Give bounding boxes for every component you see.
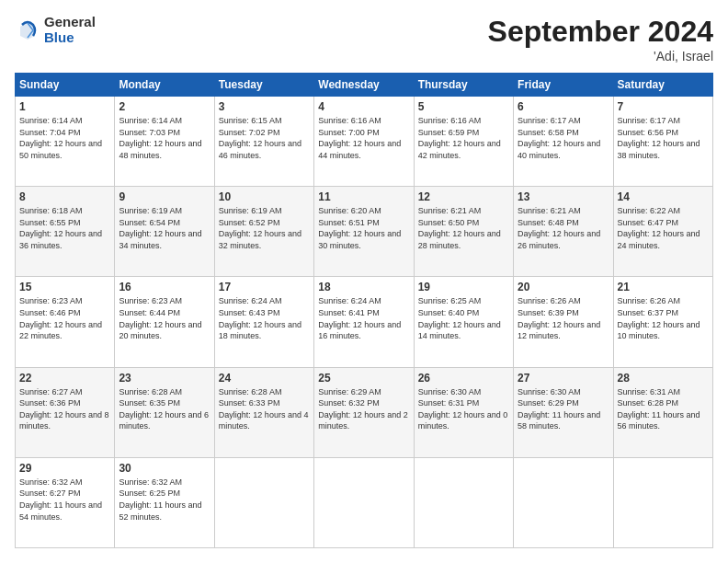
day-number: 24: [219, 372, 310, 385]
day-info: Sunrise: 6:25 AMSunset: 6:40 PMDaylight:…: [418, 295, 509, 341]
day-number: 12: [418, 190, 509, 203]
day-number: 4: [318, 100, 409, 113]
day-number: 23: [119, 372, 210, 385]
day-number: 16: [119, 281, 210, 293]
table-row: 27Sunrise: 6:30 AMSunset: 6:29 PMDayligh…: [514, 367, 613, 457]
day-number: 2: [119, 100, 210, 113]
day-number: 8: [19, 190, 110, 203]
table-row: 20Sunrise: 6:26 AMSunset: 6:39 PMDayligh…: [514, 277, 613, 367]
calendar-header-row: Sunday Monday Tuesday Wednesday Thursday…: [16, 74, 713, 97]
day-info: Sunrise: 6:20 AMSunset: 6:51 PMDaylight:…: [318, 205, 409, 251]
day-number: 10: [219, 190, 310, 203]
table-row: 3Sunrise: 6:15 AMSunset: 7:02 PMDaylight…: [214, 97, 313, 187]
calendar-week-row: 15Sunrise: 6:23 AMSunset: 6:46 PMDayligh…: [16, 277, 713, 367]
table-row: 8Sunrise: 6:18 AMSunset: 6:55 PMDaylight…: [16, 187, 115, 277]
day-number: 11: [318, 190, 409, 203]
table-row: 22Sunrise: 6:27 AMSunset: 6:36 PMDayligh…: [16, 367, 115, 457]
day-info: Sunrise: 6:17 AMSunset: 6:56 PMDaylight:…: [618, 115, 709, 161]
table-row: 21Sunrise: 6:26 AMSunset: 6:37 PMDayligh…: [613, 277, 712, 367]
day-info: Sunrise: 6:23 AMSunset: 6:44 PMDaylight:…: [119, 295, 210, 341]
day-info: Sunrise: 6:19 AMSunset: 6:52 PMDaylight:…: [219, 205, 310, 251]
day-number: 6: [518, 100, 609, 113]
title-block: September 2024 'Adi, Israel: [488, 15, 713, 63]
day-number: 18: [318, 281, 409, 293]
day-info: Sunrise: 6:32 AMSunset: 6:27 PMDaylight:…: [19, 477, 110, 523]
day-number: 29: [19, 462, 110, 475]
table-row: [514, 457, 613, 547]
logo-icon: [15, 17, 40, 43]
month-title: September 2024: [488, 15, 713, 49]
table-row: 12Sunrise: 6:21 AMSunset: 6:50 PMDayligh…: [414, 187, 513, 277]
col-saturday: Saturday: [613, 74, 712, 97]
table-row: 1Sunrise: 6:14 AMSunset: 7:04 PMDaylight…: [16, 97, 115, 187]
col-friday: Friday: [514, 74, 613, 97]
logo: General Blue: [15, 15, 96, 45]
table-row: 19Sunrise: 6:25 AMSunset: 6:40 PMDayligh…: [414, 277, 513, 367]
day-number: 25: [318, 372, 409, 385]
logo-text: General Blue: [44, 15, 96, 45]
day-info: Sunrise: 6:22 AMSunset: 6:47 PMDaylight:…: [618, 205, 709, 251]
table-row: [414, 457, 513, 547]
table-row: 6Sunrise: 6:17 AMSunset: 6:58 PMDaylight…: [514, 97, 613, 187]
day-info: Sunrise: 6:19 AMSunset: 6:54 PMDaylight:…: [119, 205, 210, 251]
table-row: 5Sunrise: 6:16 AMSunset: 6:59 PMDaylight…: [414, 97, 513, 187]
day-number: 5: [418, 100, 509, 113]
col-sunday: Sunday: [16, 74, 115, 97]
day-info: Sunrise: 6:30 AMSunset: 6:29 PMDaylight:…: [518, 386, 609, 432]
day-number: 19: [418, 281, 509, 293]
day-number: 28: [618, 372, 709, 385]
day-info: Sunrise: 6:26 AMSunset: 6:39 PMDaylight:…: [518, 295, 609, 341]
table-row: 16Sunrise: 6:23 AMSunset: 6:44 PMDayligh…: [115, 277, 214, 367]
day-info: Sunrise: 6:31 AMSunset: 6:28 PMDaylight:…: [618, 386, 709, 432]
table-row: 30Sunrise: 6:32 AMSunset: 6:25 PMDayligh…: [115, 457, 214, 547]
table-row: 24Sunrise: 6:28 AMSunset: 6:33 PMDayligh…: [214, 367, 313, 457]
day-number: 17: [219, 281, 310, 293]
table-row: [613, 457, 712, 547]
table-row: 10Sunrise: 6:19 AMSunset: 6:52 PMDayligh…: [214, 187, 313, 277]
day-info: Sunrise: 6:14 AMSunset: 7:04 PMDaylight:…: [19, 115, 110, 161]
day-number: 26: [418, 372, 509, 385]
calendar-week-row: 29Sunrise: 6:32 AMSunset: 6:27 PMDayligh…: [16, 457, 713, 547]
col-tuesday: Tuesday: [214, 74, 313, 97]
table-row: 14Sunrise: 6:22 AMSunset: 6:47 PMDayligh…: [613, 187, 712, 277]
table-row: 4Sunrise: 6:16 AMSunset: 7:00 PMDaylight…: [314, 97, 414, 187]
day-number: 22: [19, 372, 110, 385]
day-info: Sunrise: 6:27 AMSunset: 6:36 PMDaylight:…: [19, 386, 110, 432]
day-number: 27: [518, 372, 609, 385]
day-info: Sunrise: 6:21 AMSunset: 6:50 PMDaylight:…: [418, 205, 509, 251]
calendar-week-row: 8Sunrise: 6:18 AMSunset: 6:55 PMDaylight…: [16, 187, 713, 277]
table-row: 29Sunrise: 6:32 AMSunset: 6:27 PMDayligh…: [16, 457, 115, 547]
day-info: Sunrise: 6:17 AMSunset: 6:58 PMDaylight:…: [518, 115, 609, 161]
table-row: 11Sunrise: 6:20 AMSunset: 6:51 PMDayligh…: [314, 187, 414, 277]
day-info: Sunrise: 6:26 AMSunset: 6:37 PMDaylight:…: [618, 295, 709, 341]
calendar-table: Sunday Monday Tuesday Wednesday Thursday…: [15, 73, 713, 548]
col-wednesday: Wednesday: [314, 74, 414, 97]
day-number: 7: [618, 100, 709, 113]
day-number: 20: [518, 281, 609, 293]
location: 'Adi, Israel: [488, 49, 713, 63]
col-monday: Monday: [115, 74, 214, 97]
day-info: Sunrise: 6:21 AMSunset: 6:48 PMDaylight:…: [518, 205, 609, 251]
day-info: Sunrise: 6:28 AMSunset: 6:35 PMDaylight:…: [119, 386, 210, 432]
table-row: 7Sunrise: 6:17 AMSunset: 6:56 PMDaylight…: [613, 97, 712, 187]
day-info: Sunrise: 6:30 AMSunset: 6:31 PMDaylight:…: [418, 386, 509, 432]
day-number: 9: [119, 190, 210, 203]
table-row: 25Sunrise: 6:29 AMSunset: 6:32 PMDayligh…: [314, 367, 414, 457]
table-row: [314, 457, 414, 547]
day-info: Sunrise: 6:16 AMSunset: 7:00 PMDaylight:…: [318, 115, 409, 161]
day-info: Sunrise: 6:24 AMSunset: 6:43 PMDaylight:…: [219, 295, 310, 341]
header: General Blue September 2024 'Adi, Israel: [15, 15, 713, 63]
day-info: Sunrise: 6:18 AMSunset: 6:55 PMDaylight:…: [19, 205, 110, 251]
table-row: 23Sunrise: 6:28 AMSunset: 6:35 PMDayligh…: [115, 367, 214, 457]
table-row: 9Sunrise: 6:19 AMSunset: 6:54 PMDaylight…: [115, 187, 214, 277]
day-info: Sunrise: 6:32 AMSunset: 6:25 PMDaylight:…: [119, 477, 210, 523]
day-number: 30: [119, 462, 210, 475]
table-row: [214, 457, 313, 547]
day-number: 3: [219, 100, 310, 113]
table-row: 13Sunrise: 6:21 AMSunset: 6:48 PMDayligh…: [514, 187, 613, 277]
table-row: 17Sunrise: 6:24 AMSunset: 6:43 PMDayligh…: [214, 277, 313, 367]
table-row: 15Sunrise: 6:23 AMSunset: 6:46 PMDayligh…: [16, 277, 115, 367]
day-info: Sunrise: 6:15 AMSunset: 7:02 PMDaylight:…: [219, 115, 310, 161]
day-info: Sunrise: 6:14 AMSunset: 7:03 PMDaylight:…: [119, 115, 210, 161]
day-number: 14: [618, 190, 709, 203]
